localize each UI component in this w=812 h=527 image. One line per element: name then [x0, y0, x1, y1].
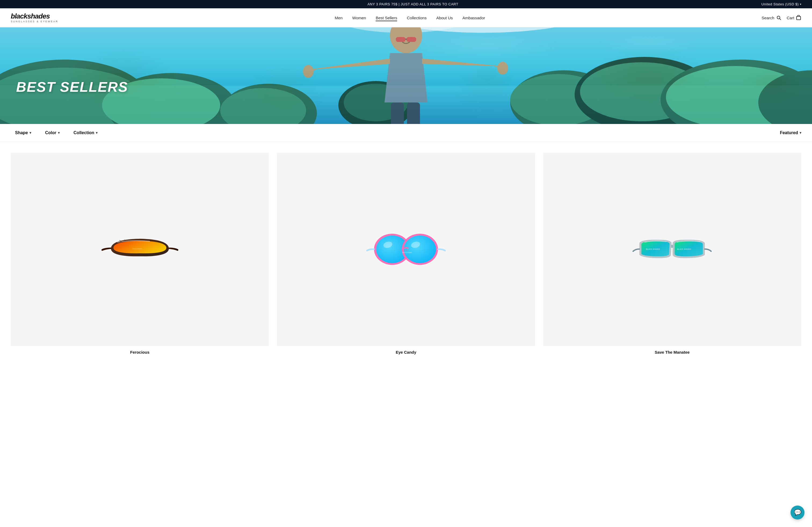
- manatee-sunglasses-svg: BLACK SHADES BLACK SHADES: [632, 224, 712, 275]
- svg-text:BLACK SHADES: BLACK SHADES: [646, 248, 660, 250]
- nav-ambassador[interactable]: Ambassador: [462, 16, 485, 20]
- product-image-eye-candy: blackshades: [277, 153, 535, 346]
- region-chevron-icon: ▾: [800, 3, 801, 6]
- product-image-ferocious: blackshades: [11, 153, 269, 346]
- collection-chevron-icon: ▾: [96, 131, 98, 135]
- svg-point-28: [303, 65, 314, 78]
- svg-text:blackshades: blackshades: [132, 248, 142, 250]
- svg-text:blackshades: blackshades: [402, 252, 412, 254]
- nav-collections[interactable]: Collections: [407, 16, 426, 20]
- nav-best-sellers[interactable]: Best Sellers: [376, 16, 397, 20]
- region-selector[interactable]: United States (USD $) ▾: [761, 2, 801, 6]
- announcement-bar: ANY 3 PAIRS 75$ | JUST ADD ALL 3 PAIRS T…: [0, 0, 812, 8]
- collection-filter-button[interactable]: Collection ▾: [69, 129, 102, 137]
- nav-about-us[interactable]: About Us: [436, 16, 453, 20]
- svg-rect-42: [671, 245, 673, 248]
- svg-line-1: [780, 18, 781, 19]
- svg-rect-2: [797, 16, 801, 20]
- product-name-save-manatee: Save The Manatee: [543, 350, 801, 355]
- hero-islands-svg: [0, 27, 812, 124]
- nav-men[interactable]: Men: [335, 16, 343, 20]
- logo-tagline: SUNGLASSES & EYEWEAR: [11, 20, 58, 23]
- header-actions: Search Cart: [762, 15, 801, 20]
- search-label: Search: [762, 16, 774, 20]
- logo[interactable]: blackshades SUNGLASSES & EYEWEAR: [11, 13, 58, 23]
- product-card-eye-candy[interactable]: blackshades Eye Candy: [277, 153, 535, 355]
- cart-button[interactable]: Cart: [787, 15, 801, 20]
- svg-point-37: [404, 236, 436, 263]
- svg-rect-30: [391, 103, 404, 124]
- ferocious-sunglasses-svg: blackshades: [100, 224, 180, 275]
- shape-chevron-icon: ▾: [30, 131, 31, 135]
- hero-section: BEST SELLERS: [0, 27, 812, 124]
- cart-icon: [796, 15, 801, 20]
- svg-point-41: [406, 250, 408, 251]
- shape-filter-button[interactable]: Shape ▾: [11, 129, 35, 137]
- product-card-ferocious[interactable]: blackshades Ferocious: [11, 153, 269, 355]
- collection-filter-label: Collection: [74, 131, 94, 135]
- sort-button[interactable]: Featured ▾: [780, 131, 801, 135]
- main-nav: Men Women Best Sellers Collections About…: [335, 16, 485, 20]
- svg-rect-31: [407, 103, 420, 124]
- announcement-text: ANY 3 PAIRS 75$ | JUST ADD ALL 3 PAIRS T…: [64, 2, 761, 6]
- svg-point-29: [497, 62, 508, 75]
- color-chevron-icon: ▾: [58, 131, 60, 135]
- svg-point-40: [404, 250, 406, 251]
- product-name-ferocious: Ferocious: [11, 350, 269, 355]
- search-icon: [776, 15, 781, 20]
- product-card-save-manatee[interactable]: BLACK SHADES BLACK SHADES Save The Manat…: [543, 153, 801, 355]
- filters-bar: Shape ▾ Color ▾ Collection ▾ Featured ▾: [0, 124, 812, 142]
- cart-label: Cart: [787, 16, 794, 20]
- color-filter-label: Color: [45, 131, 56, 135]
- color-filter-button[interactable]: Color ▾: [41, 129, 64, 137]
- shape-filter-label: Shape: [15, 131, 28, 135]
- svg-rect-26: [407, 37, 416, 42]
- sort-label: Featured: [780, 131, 798, 135]
- svg-rect-25: [396, 37, 405, 42]
- nav-women[interactable]: Women: [352, 16, 366, 20]
- products-grid: blackshades Ferocious: [11, 153, 801, 355]
- site-header: blackshades SUNGLASSES & EYEWEAR Men Wom…: [0, 8, 812, 27]
- svg-text:BLACK SHADES: BLACK SHADES: [677, 248, 692, 250]
- product-name-eye-candy: Eye Candy: [277, 350, 535, 355]
- eye-candy-sunglasses-svg: blackshades: [366, 224, 446, 275]
- products-section: blackshades Ferocious: [0, 142, 812, 360]
- sort-chevron-icon: ▾: [800, 131, 801, 135]
- logo-name: blackshades: [11, 13, 58, 19]
- search-button[interactable]: Search: [762, 15, 781, 20]
- product-image-save-manatee: BLACK SHADES BLACK SHADES: [543, 153, 801, 346]
- hero-title: BEST SELLERS: [16, 79, 128, 95]
- region-label: United States (USD $): [761, 2, 799, 6]
